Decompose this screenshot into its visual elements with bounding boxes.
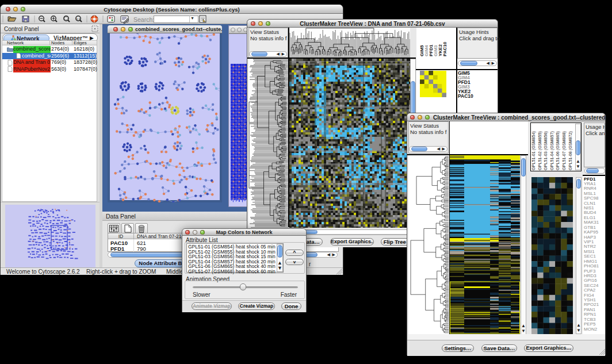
svg-text:GPL51-07 (GSM868): GPL51-07 (GSM868) <box>561 131 567 170</box>
svg-text:GPL51-01 (GSM854): GPL51-01 (GSM854) <box>531 131 536 170</box>
svg-text:GPL51-08 (GSM872): GPL51-08 (GSM872) <box>568 131 573 170</box>
svg-text:1:1: 1:1 <box>76 17 81 21</box>
svg-text:GPL51-02 (GSM855): GPL51-02 (GSM855) <box>537 131 542 170</box>
svg-text:MON2: MON2 <box>584 326 598 331</box>
svg-text:GPL51-03 (GSM856): GPL51-03 (GSM856) <box>543 131 548 170</box>
svg-text:GPL51-06 (GSM865): GPL51-06 (GSM865) <box>555 131 560 170</box>
svg-text:GPL51-04 (GSM857): GPL51-04 (GSM857) <box>549 131 554 170</box>
svg-text:PAC10: PAC10 <box>442 41 447 56</box>
